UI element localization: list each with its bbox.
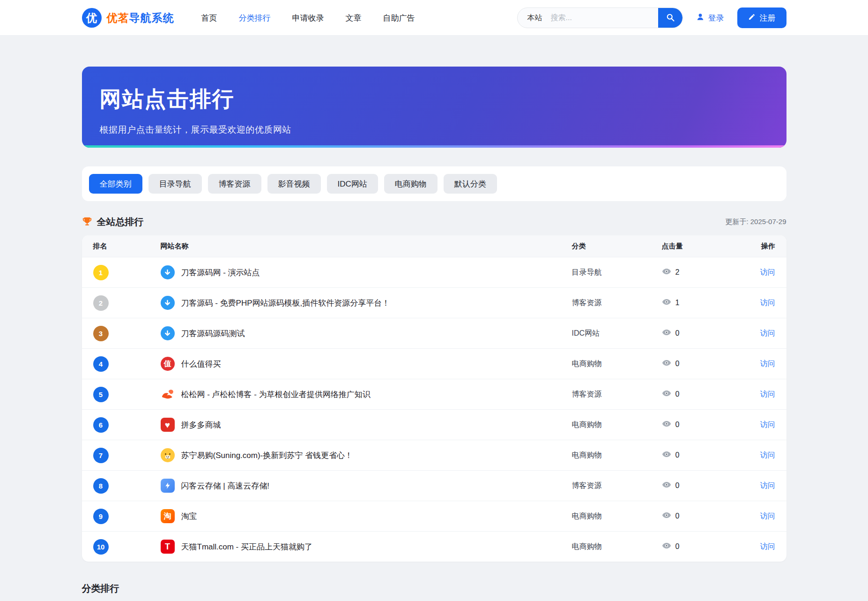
table-body: 1 刀客源码网 - 演示站点 目录导航 2 访问 2 刀客源码 - 免费PHP网… (82, 257, 786, 562)
click-count: 0 (675, 451, 680, 459)
visit-link[interactable]: 访问 (737, 390, 775, 399)
site-name[interactable]: 刀客源码源码测试 (181, 328, 245, 339)
site-category: 电商购物 (572, 420, 662, 430)
site-name[interactable]: 淘宝 (181, 511, 197, 522)
category-filter-bar: 全部类别目录导航博客资源影音视频IDC网站电商购物默认分类 (82, 166, 786, 201)
click-count: 2 (675, 268, 680, 277)
site-name[interactable]: 天猫Tmall.com - 买正品上天猫就购了 (181, 541, 313, 552)
rank-badge: 2 (93, 295, 109, 311)
tmall-icon: T (161, 540, 175, 554)
visit-link[interactable]: 访问 (737, 359, 775, 369)
visit-link[interactable]: 访问 (737, 451, 775, 460)
category-filter-pill[interactable]: 全部类别 (89, 174, 142, 194)
search-scope-select[interactable]: 本站 (518, 13, 550, 23)
col-header-clicks: 点击量 (662, 242, 737, 251)
table-row: 1 刀客源码网 - 演示站点 目录导航 2 访问 (82, 257, 786, 287)
click-count: 0 (675, 542, 680, 551)
page-subtitle: 根据用户点击量统计，展示最受欢迎的优质网站 (100, 124, 769, 136)
site-category: 电商购物 (572, 359, 662, 369)
site-name[interactable]: 刀客源码网 - 演示站点 (181, 267, 260, 278)
category-filter-pill[interactable]: 博客资源 (208, 174, 261, 194)
click-count: 0 (675, 360, 680, 368)
site-name[interactable]: 苏宁易购(Suning.com)-换新到苏宁 省钱更省心！ (181, 450, 353, 461)
eye-icon (662, 481, 671, 490)
search-input[interactable] (550, 13, 658, 23)
site-logo[interactable]: 优 优茗导航系统 (82, 8, 174, 28)
lightning-bolt-icon (161, 479, 175, 493)
visit-link[interactable]: 访问 (737, 329, 775, 338)
rank-badge: 5 (93, 387, 109, 402)
rank-badge: 6 (93, 417, 109, 433)
click-count: 0 (675, 390, 680, 398)
squirrel-icon (161, 387, 175, 401)
search-bar: 本站 (517, 8, 683, 28)
eye-icon (662, 451, 671, 459)
table-row: 5 松松网 - 卢松松博客 - 为草根创业者提供网络推广知识 博客资源 0 访问 (82, 379, 786, 409)
nav-item-自助广告[interactable]: 自助广告 (383, 13, 415, 23)
category-filter-pill[interactable]: IDC网站 (327, 174, 378, 194)
nav-item-首页[interactable]: 首页 (201, 13, 217, 23)
visit-link[interactable]: 访问 (737, 481, 775, 491)
site-name[interactable]: 什么值得买 (181, 359, 221, 369)
table-row: 2 刀客源码 - 免费PHP网站源码模板,插件软件资源分享平台！ 博客资源 1 … (82, 287, 786, 318)
site-name[interactable]: 拼多多商城 (181, 420, 221, 430)
category-filter-pill[interactable]: 影音视频 (267, 174, 321, 194)
table-row: 9 淘 淘宝 电商购物 0 访问 (82, 501, 786, 531)
hero-banner: 网站点击排行 根据用户点击量统计，展示最受欢迎的优质网站 (82, 67, 786, 148)
visit-link[interactable]: 访问 (737, 511, 775, 521)
register-button[interactable]: 注册 (737, 8, 786, 28)
register-label: 注册 (760, 13, 776, 23)
trophy-icon (82, 216, 92, 228)
nav-item-申请收录[interactable]: 申请收录 (292, 13, 324, 23)
login-link[interactable]: 登录 (696, 13, 724, 23)
site-name[interactable]: 松松网 - 卢松松博客 - 为草根创业者提供网络推广知识 (181, 389, 371, 400)
zhi-badge-icon: 值 (161, 357, 175, 371)
pdd-heart-icon: ♥ (161, 418, 175, 432)
eye-icon (662, 360, 671, 368)
click-count: 0 (675, 512, 680, 520)
site-category: 目录导航 (572, 268, 662, 278)
rank-badge: 3 (93, 326, 109, 341)
eye-icon (662, 512, 671, 520)
click-count: 1 (675, 299, 680, 307)
taobao-icon: 淘 (161, 509, 175, 523)
user-icon (696, 13, 705, 23)
visit-link[interactable]: 访问 (737, 420, 775, 430)
search-button[interactable] (658, 8, 683, 28)
rank-badge: 7 (93, 448, 109, 463)
cloud-download-icon (161, 326, 175, 340)
col-header-action: 操作 (737, 242, 775, 251)
site-category: 博客资源 (572, 390, 662, 399)
page-title: 网站点击排行 (100, 85, 769, 114)
eye-icon (662, 421, 671, 429)
brand-secondary: 导航系统 (129, 12, 174, 24)
nav-item-分类排行[interactable]: 分类排行 (239, 13, 271, 23)
visit-link[interactable]: 访问 (737, 542, 775, 552)
site-category: 博客资源 (572, 481, 662, 491)
updated-date: 更新于: 2025-07-29 (725, 218, 786, 226)
ranking-section-title: 全站总排行 (97, 216, 144, 228)
table-row: 6 ♥ 拼多多商城 电商购物 0 访问 (82, 409, 786, 440)
table-header-row: 排名 网站名称 分类 点击量 操作 (82, 235, 786, 257)
category-filter-pill[interactable]: 默认分类 (444, 174, 497, 194)
site-name[interactable]: 闪客云存储 | 高速云存储! (181, 481, 270, 491)
category-filter-pill[interactable]: 目录导航 (148, 174, 202, 194)
col-header-name: 网站名称 (161, 242, 572, 251)
nav-item-文章[interactable]: 文章 (346, 13, 362, 23)
site-name[interactable]: 刀客源码 - 免费PHP网站源码模板,插件软件资源分享平台！ (181, 298, 390, 308)
visit-link[interactable]: 访问 (737, 268, 775, 278)
category-filter-pill[interactable]: 电商购物 (384, 174, 438, 194)
eye-icon (662, 390, 671, 398)
visit-link[interactable]: 访问 (737, 298, 775, 308)
eye-icon (662, 268, 671, 277)
click-count: 0 (675, 421, 680, 429)
table-row: 10 T 天猫Tmall.com - 买正品上天猫就购了 电商购物 0 访问 (82, 531, 786, 562)
table-row: 3 刀客源码源码测试 IDC网站 0 访问 (82, 318, 786, 348)
rank-badge: 1 (93, 265, 109, 280)
ranking-section-head: 全站总排行 更新于: 2025-07-29 (82, 216, 786, 228)
rank-badge: 4 (93, 356, 109, 372)
cloud-download-icon (161, 296, 175, 310)
logo-icon: 优 (82, 8, 102, 28)
rank-badge: 10 (93, 539, 109, 555)
eye-icon (662, 329, 671, 338)
